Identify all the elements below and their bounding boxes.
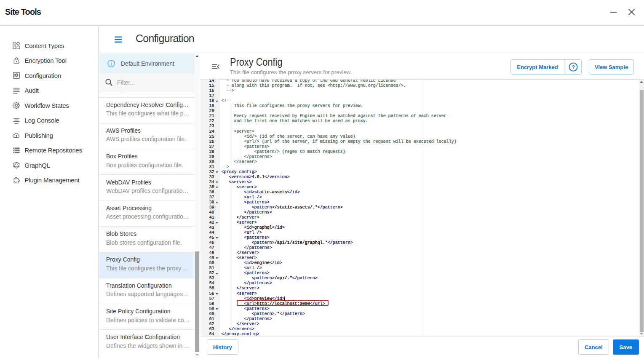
svg-text:?: ? bbox=[572, 64, 575, 70]
